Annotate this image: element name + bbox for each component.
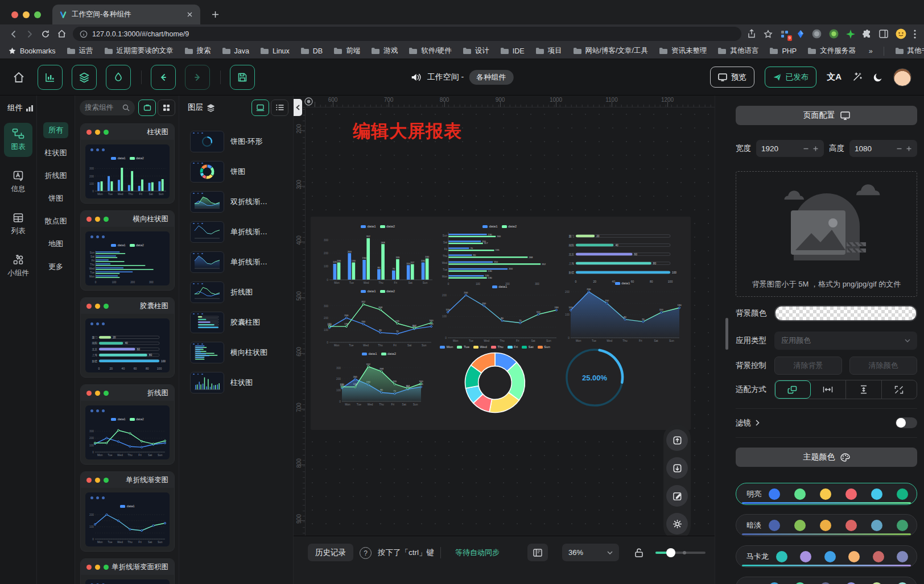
- plus-icon[interactable]: [906, 146, 912, 152]
- browser-menu-icon[interactable]: [914, 30, 916, 39]
- grid-view-button[interactable]: [158, 100, 175, 116]
- green-star-extension-icon[interactable]: [846, 30, 855, 39]
- layer-item[interactable]: 柱状图: [179, 367, 293, 397]
- sidebar-item-3[interactable]: 小组件: [4, 249, 32, 283]
- tab-close-icon[interactable]: [184, 10, 195, 20]
- home-icon[interactable]: [53, 26, 69, 42]
- dashboard-chart-bar[interactable]: data1data2010020030012013020013015031280…: [321, 223, 435, 286]
- theme-color-dot[interactable]: [897, 488, 908, 500]
- preview-button[interactable]: 预览: [710, 67, 754, 88]
- workspace-badge[interactable]: 各种组件: [469, 70, 513, 85]
- component-card[interactable]: 单折线渐变图 data10100200MonTueWedThuFriSatSun: [80, 471, 175, 552]
- canvas-text-component[interactable]: 编辑大屏报表: [353, 119, 462, 143]
- dashboard-chart-line1[interactable]: data101002001202001508070110130MonTueWed…: [439, 284, 560, 344]
- layers-thumbnail-view-button[interactable]: [251, 100, 269, 116]
- component-card[interactable]: 胶囊柱图 厦门20南阳40北京60上海80新疆100020406080100: [80, 297, 175, 378]
- minus-icon[interactable]: [896, 146, 902, 152]
- bookmark-folder[interactable]: IDE: [500, 47, 525, 55]
- category-item[interactable]: 饼图: [43, 190, 68, 206]
- layers-list-view-button[interactable]: [271, 100, 288, 116]
- components-toggle-button[interactable]: [38, 65, 63, 90]
- component-card[interactable]: 折线图 data1data20100200300MonTueWedThuFriS…: [80, 384, 175, 465]
- bookmark-folder[interactable]: 设计: [463, 46, 489, 56]
- category-item[interactable]: 柱状图: [40, 145, 72, 161]
- app-type-select[interactable]: 应用颜色: [774, 332, 917, 350]
- theme-color-dot[interactable]: [820, 582, 831, 584]
- fit-scale-button[interactable]: [775, 380, 811, 399]
- dashboard-chart-area2[interactable]: data1data2010020030012020015080701101301…: [333, 351, 424, 408]
- redo-button[interactable]: [185, 65, 210, 90]
- bookmark-folder[interactable]: PHP: [769, 47, 797, 55]
- theme-color-dot[interactable]: [897, 520, 908, 531]
- sidebar-item-2[interactable]: 列表: [4, 207, 32, 241]
- theme-color-dot[interactable]: [871, 488, 882, 500]
- import-button[interactable]: [666, 457, 688, 479]
- theme-color-dot[interactable]: [800, 551, 811, 562]
- export-button[interactable]: [666, 429, 688, 451]
- publish-button[interactable]: 已发布: [765, 67, 817, 88]
- back-icon[interactable]: [6, 26, 22, 42]
- component-card[interactable]: 横向柱状图 data1data2SunSatFriThuWedTueMon010…: [80, 210, 175, 291]
- bookmark-folder[interactable]: 近期需要读的文章: [104, 46, 174, 56]
- window-controls[interactable]: [0, 11, 52, 24]
- translate-icon[interactable]: 文A: [827, 72, 842, 82]
- bg-color-swatch[interactable]: [774, 305, 917, 321]
- browser-tab[interactable]: 工作空间-各种组件: [52, 5, 200, 24]
- bookmark-folder[interactable]: 运营: [67, 46, 93, 56]
- layer-item[interactable]: 饼图-环形: [179, 126, 293, 156]
- bookmark-folder[interactable]: 文件服务器: [807, 46, 856, 56]
- user-avatar[interactable]: [893, 68, 911, 86]
- width-stepper[interactable]: 1920: [756, 140, 824, 157]
- bookmark-folder[interactable]: 搜索: [184, 46, 211, 56]
- bookmark-folder[interactable]: 其他语言: [717, 46, 758, 56]
- other-bookmarks[interactable]: 其他书签: [895, 46, 924, 56]
- theme-color-dot[interactable]: [794, 520, 806, 531]
- theme-color-dot[interactable]: [769, 520, 780, 531]
- theme-color-dot[interactable]: [824, 551, 836, 562]
- bookmark-folder[interactable]: 游戏: [371, 46, 398, 56]
- lock-icon[interactable]: [634, 548, 644, 558]
- minus-icon[interactable]: [803, 146, 809, 152]
- theme-row-暗淡[interactable]: 暗淡: [736, 514, 917, 536]
- theme-color-dot[interactable]: [769, 582, 780, 584]
- undo-button[interactable]: [151, 65, 176, 90]
- category-item[interactable]: 地图: [43, 236, 68, 252]
- bookmark-folder[interactable]: DB: [300, 47, 323, 55]
- collapse-layers-handle[interactable]: [294, 99, 302, 116]
- eye-icon[interactable]: [304, 97, 314, 106]
- reload-icon[interactable]: [38, 26, 53, 42]
- dashboard-chart-hbar[interactable]: data1data2130160Sun110117Sat70155Fri8026…: [439, 223, 560, 286]
- theme-color-dot[interactable]: [820, 520, 831, 531]
- dashboard-chart-capsule[interactable]: 厦门20南阳40北京60上海80新疆100020406080100: [563, 227, 679, 284]
- theme-color-dot[interactable]: [776, 551, 787, 562]
- bookmark-folder[interactable]: 前端: [333, 46, 360, 56]
- layers-toggle-button[interactable]: [72, 65, 97, 90]
- fit-stretch-button[interactable]: [882, 380, 917, 399]
- theme-color-dot[interactable]: [820, 488, 831, 500]
- zoom-slider-knob[interactable]: [666, 548, 675, 557]
- fit-width-button[interactable]: [811, 380, 847, 399]
- new-tab-button[interactable]: [207, 6, 223, 22]
- theme-row-蓝绿[interactable]: 蓝绿: [736, 577, 917, 584]
- share-icon[interactable]: [747, 29, 756, 39]
- layer-item[interactable]: 胶囊柱图: [179, 307, 293, 337]
- sidebar-item-0[interactable]: 图表: [4, 123, 32, 157]
- layer-item[interactable]: 单折线渐…: [179, 247, 293, 277]
- maximize-window-button[interactable]: [34, 11, 41, 18]
- page-config-header[interactable]: 页面配置: [736, 106, 917, 125]
- theme-row-马卡龙[interactable]: 马卡龙: [736, 545, 917, 568]
- theme-color-dot[interactable]: [897, 551, 908, 562]
- bookmark-folder[interactable]: 项目: [535, 46, 562, 56]
- clear-color-button[interactable]: 清除颜色: [849, 357, 917, 375]
- app-home-icon[interactable]: [13, 71, 25, 84]
- url-bar[interactable]: 127.0.0.1:3000/#/chart/home/9: [73, 27, 741, 41]
- minimize-window-button[interactable]: [23, 11, 30, 18]
- component-card[interactable]: 单折线渐变面积图 data10100200MonTueWedThuFriSatS…: [80, 558, 175, 584]
- plus-icon[interactable]: [812, 146, 819, 152]
- zoom-slider[interactable]: [655, 544, 706, 561]
- details-toggle-button[interactable]: [106, 65, 131, 90]
- bookmark-star-icon[interactable]: [764, 30, 773, 39]
- theme-color-dot[interactable]: [845, 488, 857, 500]
- history-button[interactable]: 历史记录: [308, 544, 353, 561]
- green-circle-extension-icon[interactable]: [829, 29, 839, 39]
